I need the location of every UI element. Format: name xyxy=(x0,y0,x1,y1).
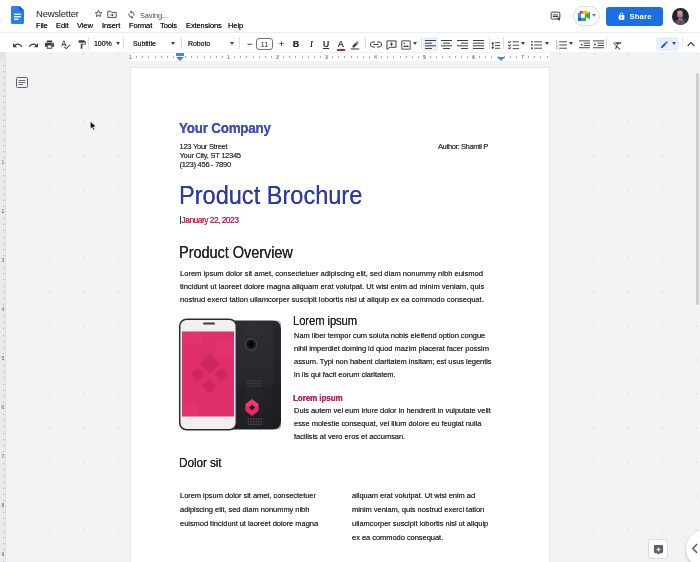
svg-text:1: 1 xyxy=(556,40,558,44)
svg-text:2: 2 xyxy=(556,43,558,47)
svg-text:3: 3 xyxy=(556,46,558,50)
